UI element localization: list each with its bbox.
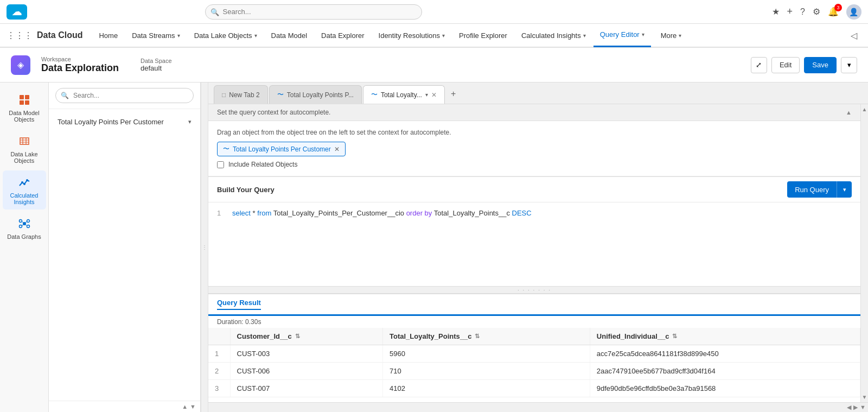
- svg-point-4: [21, 181, 23, 183]
- include-related-label: Include Related Objects: [228, 161, 297, 168]
- build-query-title: Build Your Query: [217, 186, 275, 194]
- row-num-1: 1: [208, 345, 230, 363]
- expand-icon[interactable]: ⤢: [751, 57, 767, 73]
- tab-icon-gray: □: [222, 91, 226, 99]
- scroll-controls: ▲ ▼: [861, 104, 868, 402]
- tab-label-loyaltypoints-active: Total Loyalty...: [381, 91, 422, 99]
- banner-scroll-up[interactable]: ▲: [846, 109, 852, 116]
- tab-newtab2[interactable]: □ New Tab 2: [214, 85, 268, 104]
- panel-resizer[interactable]: ⋮: [201, 83, 208, 412]
- nav-item-identityresolutions[interactable]: Identity Resolutions ▾: [372, 23, 451, 47]
- context-tag-label: Total Loyalty Points Per Customer: [233, 145, 331, 153]
- star-icon[interactable]: ★: [772, 7, 780, 17]
- sidebar-item-datagraphs[interactable]: Data Graphs: [3, 212, 46, 244]
- scroll-down-icon[interactable]: ▼: [190, 403, 196, 410]
- tab-label-newtab2: New Tab 2: [229, 91, 259, 99]
- close-tab-icon[interactable]: ✕: [431, 91, 437, 99]
- obj-tree-item-loyaltypoints[interactable]: Total Loyalty Points Per Customer ▾: [49, 113, 200, 130]
- table-row: 1 CUST-003 5960 acc7e25ca5dcea8641181f38…: [208, 345, 860, 363]
- scroll-up-arrow[interactable]: ▲: [862, 106, 867, 112]
- save-button[interactable]: Save: [804, 57, 837, 73]
- run-query-button[interactable]: Run Query ▾: [787, 181, 852, 198]
- nav-item-datalakeobjects[interactable]: Data Lake Objects ▾: [188, 23, 264, 47]
- nav-collapse-icon[interactable]: ◁: [851, 30, 861, 41]
- content-area: Set the query context for autocomplete. …: [208, 104, 868, 402]
- th-loyalty-points[interactable]: Total_Loyalty_Points__c ⇅: [382, 328, 590, 345]
- grid-icon[interactable]: ⋮⋮⋮: [7, 30, 33, 41]
- tab-wave-icon: 〜: [277, 90, 284, 99]
- th-customer-id[interactable]: Customer_Id__c ⇅: [230, 328, 382, 345]
- th-unified-individual[interactable]: Unified_Individual__c ⇅: [590, 328, 860, 345]
- run-query-chevron-icon[interactable]: ▾: [837, 181, 852, 198]
- query-code: select * from Total_Loyalty_Points_Per_C…: [232, 209, 532, 217]
- scroll-down-icon-2[interactable]: ▼: [860, 404, 866, 411]
- svg-rect-0: [20, 95, 24, 99]
- tab-chevron-icon[interactable]: ▾: [425, 92, 428, 98]
- tab-loyaltypointsp[interactable]: 〜 Total Loyalty Points P...: [269, 85, 362, 104]
- include-related-checkbox[interactable]: [217, 161, 224, 168]
- edit-button[interactable]: Edit: [771, 57, 800, 73]
- workspace-icon: ◈: [11, 55, 30, 75]
- code-line-1: 1 select * from Total_Loyalty_Points_Per…: [217, 209, 852, 217]
- scroll-down-arrow[interactable]: ▼: [862, 394, 867, 400]
- sidebar-label-calculatedinsights: Calculated Insights: [5, 192, 44, 205]
- workspace-actions: ⤢ Edit Save ▾: [751, 57, 857, 73]
- tag-close-icon[interactable]: ✕: [334, 145, 340, 153]
- calculatedinsights-icon: [17, 175, 32, 190]
- svg-rect-1: [25, 95, 29, 99]
- result-header: Query Result: [208, 294, 860, 316]
- obj-search-icon: 🔍: [61, 92, 69, 99]
- sidebar-item-datalake[interactable]: Data Lake Objects: [3, 129, 46, 168]
- autocomplete-banner: Set the query context for autocomplete. …: [208, 104, 860, 121]
- sort-icon-unified[interactable]: ⇅: [672, 333, 677, 340]
- help-icon[interactable]: ?: [800, 7, 805, 17]
- settings-icon[interactable]: ⚙: [813, 7, 820, 17]
- scroll-right-icon[interactable]: ▶: [853, 404, 858, 411]
- object-search-input[interactable]: [55, 88, 194, 103]
- global-search-input[interactable]: [205, 4, 422, 20]
- line-number: 1: [217, 209, 226, 217]
- nav-item-dataexplorer[interactable]: Data Explorer: [315, 23, 371, 47]
- scroll-left-icon[interactable]: ◀: [847, 404, 851, 411]
- workspace-label: Workspace: [41, 56, 119, 62]
- nav-item-more[interactable]: More ▾: [654, 23, 688, 47]
- sidebar-item-calculatedinsights[interactable]: Calculated Insights: [3, 170, 46, 210]
- obj-name-loyaltypoints: Total Loyalty Points Per Customer: [58, 118, 188, 126]
- code-editor[interactable]: 1 select * from Total_Loyalty_Points_Per…: [208, 202, 860, 286]
- avatar[interactable]: 👤: [846, 4, 861, 20]
- object-tree: Total Loyalty Points Per Customer ▾: [49, 109, 200, 401]
- right-scrollbar[interactable]: ▲ ▼: [860, 104, 868, 402]
- col-label-unified: Unified_Individual__c: [597, 332, 669, 340]
- th-rownum: [208, 328, 230, 345]
- nav-label-datalakeobjects: Data Lake Objects: [194, 31, 252, 40]
- nav-item-calculatedinsights[interactable]: Calculated Insights ▾: [515, 23, 592, 47]
- add-icon[interactable]: +: [787, 6, 793, 17]
- nav-label-datastreams: Data Streams: [132, 31, 175, 40]
- nav-item-datastreams[interactable]: Data Streams ▾: [125, 23, 186, 47]
- col-sort-unified: Unified_Individual__c ⇅: [597, 332, 678, 340]
- sidebar-item-datamodel[interactable]: Data Model Objects: [3, 88, 46, 127]
- add-tab-button[interactable]: +: [446, 86, 461, 102]
- nav-item-profileexplorer[interactable]: Profile Explorer: [452, 23, 514, 47]
- nav-item-home[interactable]: Home: [92, 23, 124, 47]
- resize-handle[interactable]: · · · · · · ·: [208, 286, 860, 294]
- tab-loyaltypoints-active[interactable]: 〜 Total Loyalty... ▾ ✕: [363, 85, 445, 104]
- main-content: □ New Tab 2 〜 Total Loyalty Points P... …: [208, 83, 868, 412]
- scroll-up-icon[interactable]: ▲: [182, 403, 188, 410]
- sidebar-label-datalake: Data Lake Objects: [5, 151, 44, 164]
- nav-label-profileexplorer: Profile Explorer: [459, 31, 507, 40]
- sort-icon-loyaltypoints[interactable]: ⇅: [475, 333, 480, 340]
- nav-label-calculatedinsights: Calculated Insights: [521, 31, 581, 40]
- notifications-button[interactable]: 🔔 3: [828, 7, 839, 17]
- cell-cust-3: CUST-007: [230, 380, 382, 397]
- sort-icon-customerid[interactable]: ⇅: [295, 333, 300, 340]
- sidebar-label-datagraphs: Data Graphs: [7, 233, 41, 240]
- query-area: Set the query context for autocomplete. …: [208, 104, 860, 402]
- nav-item-datamodel[interactable]: Data Model: [265, 23, 314, 47]
- col-sort-customerid: Customer_Id__c ⇅: [237, 332, 300, 340]
- save-dropdown-icon[interactable]: ▾: [841, 57, 857, 73]
- svg-point-11: [27, 225, 29, 228]
- datamodel-icon: [17, 92, 32, 107]
- nav-item-queryeditor[interactable]: Query Editor ▾: [593, 23, 651, 47]
- datagraphs-icon: [17, 216, 32, 231]
